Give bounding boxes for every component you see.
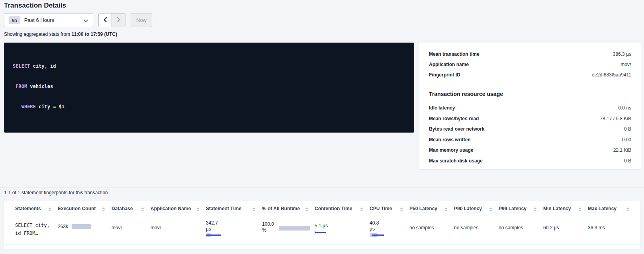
max-latency-cell: 36.3 ms xyxy=(588,218,636,244)
statements-table-caption: 1-1 of 1 statement fingerprints for this… xyxy=(4,190,108,195)
chevron-left-icon xyxy=(104,17,107,24)
summary-value: ee2df683f5aa9411 xyxy=(592,72,631,78)
sql-line: FROM vehicles xyxy=(13,83,405,90)
column-header-cpu-time[interactable]: CPU Time xyxy=(370,206,409,213)
summary-label: Mean transaction time xyxy=(429,51,480,57)
column-header-contention-time[interactable]: Contention Time xyxy=(315,206,370,213)
cpu-time-cell: 40.8 µs xyxy=(370,218,409,244)
statement-fingerprint-link[interactable]: SELECT city,id FROM… xyxy=(15,218,58,237)
pct-of-all-runtime-bar xyxy=(279,226,310,231)
sql-line: SELECT city, id xyxy=(13,63,405,70)
summary-value: 0.0 ns xyxy=(618,105,631,111)
summary-row: Fingerprint ID ee2df683f5aa9411 xyxy=(429,70,631,80)
p50-latency-cell: no samples xyxy=(409,218,454,244)
transaction-details-page: { "colors": { "accent_blue": "#2f4ddf", … xyxy=(0,0,644,254)
sort-icon xyxy=(400,207,403,211)
sort-icon xyxy=(102,207,105,211)
contention-time-cell: 5.1 µs xyxy=(315,218,370,244)
table-row: SELECT city,id FROM… 263k movr movr 342.… xyxy=(4,218,640,244)
summary-label: Fingerprint ID xyxy=(429,72,460,78)
statement-time-bar xyxy=(206,233,222,237)
summary-row: Application name movr xyxy=(429,59,631,70)
column-header-p50-latency[interactable]: P50 Latency xyxy=(409,206,454,213)
section-divider xyxy=(0,187,644,188)
contention-time-bar xyxy=(315,231,327,234)
summary-divider xyxy=(429,85,631,85)
summary-value: 0 B xyxy=(624,158,631,164)
table-header-row: Statements Execution Count Database Appl… xyxy=(4,201,640,218)
cpu-time-bar xyxy=(370,233,385,237)
sql-keyword: WHERE xyxy=(22,104,36,109)
chevron-right-icon xyxy=(117,17,120,24)
summary-value: 22.1 KiB xyxy=(613,147,631,153)
summary-label: Mean rows/bytes read xyxy=(429,116,479,121)
summary-value: 386.3 µs xyxy=(613,51,631,57)
caption-prefix: Showing aggregated stats from xyxy=(4,31,71,37)
summary-row: Mean rows/bytes read 78.17 / 5.8 KiB xyxy=(429,113,631,124)
column-header-min-latency[interactable]: Min Latency xyxy=(543,206,588,213)
time-controls: 6h Past 6 Hours Now xyxy=(4,13,152,27)
summary-label: Idle latency xyxy=(429,105,455,111)
summary-row: Mean transaction time 386.3 µs xyxy=(429,49,631,59)
time-nav-group xyxy=(98,13,125,27)
sort-icon xyxy=(196,207,200,211)
column-header-p90-latency[interactable]: P90 Latency xyxy=(454,206,499,213)
time-range-badge: 6h xyxy=(9,16,20,24)
summary-label: Bytes read over network xyxy=(429,126,484,132)
summary-row: Bytes read over network 0 B xyxy=(429,124,631,135)
summary-row: Max scratch disk usage 0 B xyxy=(429,156,631,166)
sort-icon xyxy=(578,207,581,211)
sql-keyword: FROM xyxy=(16,84,27,89)
sort-icon xyxy=(48,207,51,211)
summary-label: Max memory usage xyxy=(429,147,473,153)
next-time-button[interactable] xyxy=(112,14,125,27)
column-header-pct-of-all-runtime[interactable]: % of All Runtime xyxy=(262,206,315,213)
sort-icon xyxy=(626,207,629,211)
chevron-down-icon xyxy=(84,17,88,24)
sort-icon xyxy=(305,207,308,211)
sort-icon xyxy=(253,207,256,211)
min-latency-cell: 60.2 µs xyxy=(543,218,588,244)
sort-icon xyxy=(444,207,448,211)
summary-row: Mean rows written 0.00 xyxy=(429,135,631,145)
column-header-execution-count[interactable]: Execution Count xyxy=(58,206,112,213)
sql-line: WHERE city = $1 xyxy=(13,104,405,110)
column-header-p99-latency[interactable]: P99 Latency xyxy=(499,206,543,213)
sql-keyword: SELECT xyxy=(13,63,30,69)
prev-time-button[interactable] xyxy=(99,14,112,27)
transaction-summary-card: Mean transaction time 386.3 µs Applicati… xyxy=(419,43,641,169)
statement-time-cell: 342.7 µs xyxy=(206,218,262,244)
summary-label: Mean rows written xyxy=(429,137,471,143)
caption-time-range: 11:00 to 17:59 (UTC) xyxy=(71,31,117,37)
p99-latency-cell: no samples xyxy=(499,218,543,244)
execution-count-cell: 263k xyxy=(58,218,112,229)
column-header-statements[interactable]: Statements xyxy=(15,206,58,213)
resource-usage-rows: Idle latency 0.0 ns Mean rows/bytes read… xyxy=(429,103,631,166)
summary-row: Max memory usage 22.1 KiB xyxy=(429,145,631,156)
page-title: Transaction Details xyxy=(4,2,66,10)
sort-icon xyxy=(141,207,144,211)
aggregated-stats-caption: Showing aggregated stats from 11:00 to 1… xyxy=(4,31,117,37)
statements-table: Statements Execution Count Database Appl… xyxy=(4,201,640,249)
p90-latency-cell: no samples xyxy=(454,218,499,244)
database-cell: movr xyxy=(112,218,151,244)
summary-label: Max scratch disk usage xyxy=(429,158,483,164)
execution-count-bar xyxy=(72,224,91,229)
column-header-statement-time[interactable]: Statement Time xyxy=(206,206,262,213)
summary-value: movr xyxy=(621,62,631,67)
time-range-label: Past 6 Hours xyxy=(24,17,84,23)
column-header-max-latency[interactable]: Max Latency xyxy=(588,206,636,213)
application-name-cell: movr xyxy=(151,218,206,244)
sql-statement-box: SELECT city, id FROM vehicles WHERE city… xyxy=(4,43,414,133)
summary-value: 0.00 xyxy=(622,137,631,143)
resource-usage-heading: Transaction resource usage xyxy=(429,91,631,97)
column-header-database[interactable]: Database xyxy=(112,206,151,213)
summary-label: Application name xyxy=(429,62,469,67)
summary-value: 0 B xyxy=(624,126,631,132)
time-range-dropdown[interactable]: 6h Past 6 Hours xyxy=(4,13,93,27)
column-header-application-name[interactable]: Application Name xyxy=(151,206,206,213)
now-button[interactable]: Now xyxy=(131,13,152,27)
sort-icon xyxy=(489,207,492,211)
summary-row: Idle latency 0.0 ns xyxy=(429,103,631,113)
sort-icon xyxy=(534,207,537,211)
